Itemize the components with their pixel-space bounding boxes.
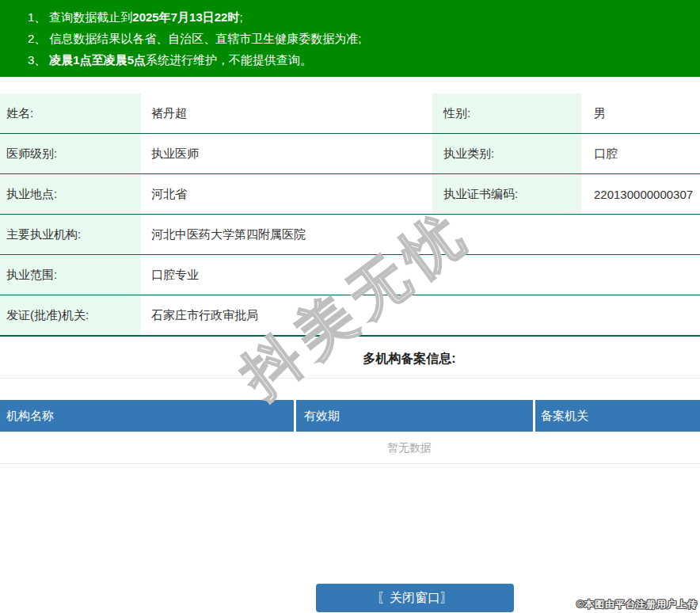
org-table-column-header: 机构名称 bbox=[0, 400, 294, 432]
info-row: 执业范围:口腔专业 bbox=[0, 255, 700, 295]
info-label: 执业地点: bbox=[0, 174, 141, 215]
notice-number: 2、 bbox=[28, 32, 46, 45]
notice-item: 3、凌晨1点至凌晨5点系统进行维护，不能提供查询。 bbox=[0, 49, 700, 70]
query-result-page: 1、查询数据截止到2025年7月13日22时;2、信息数据结果以各省、自治区、直… bbox=[0, 0, 700, 613]
info-value: 河北中医药大学第四附属医院 bbox=[141, 215, 700, 255]
info-label: 发证(批准)机关: bbox=[0, 295, 141, 337]
info-value: 执业医师 bbox=[141, 134, 432, 174]
org-table-column-header: 备案机关 bbox=[533, 400, 700, 432]
info-label: 主要执业机构: bbox=[0, 215, 141, 255]
notice-banner: 1、查询数据截止到2025年7月13日22时;2、信息数据结果以各省、自治区、直… bbox=[0, 0, 700, 77]
notice-item: 1、查询数据截止到2025年7月13日22时; bbox=[0, 6, 700, 28]
practitioner-info-table: 姓名:褚丹超性别:男医师级别:执业医师执业类别:口腔执业地点:河北省执业证书编码… bbox=[0, 93, 700, 337]
info-value: 口腔专业 bbox=[141, 255, 700, 295]
info-label: 执业范围: bbox=[0, 255, 141, 295]
notice-text: ; bbox=[239, 10, 242, 24]
multi-org-heading: 多机构备案信息: bbox=[0, 351, 700, 367]
info-value: 河北省 bbox=[141, 174, 432, 215]
close-window-button[interactable]: 〖关闭窗口〗 bbox=[316, 584, 514, 612]
info-value: 口腔 bbox=[581, 134, 700, 174]
info-label: 执业证书编码: bbox=[432, 174, 581, 215]
notice-text: 信息数据结果以各省、自治区、直辖市卫生健康委数据为准; bbox=[49, 32, 361, 45]
info-row: 执业地点:河北省执业证书编码:220130000000307 bbox=[0, 174, 700, 215]
notice-text-bold: 凌晨1点至凌晨5点 bbox=[49, 53, 146, 67]
info-row: 发证(批准)机关:石家庄市行政审批局 bbox=[0, 295, 700, 337]
info-row: 主要执业机构:河北中医药大学第四附属医院 bbox=[0, 215, 700, 255]
upload-credit-watermark: ©本图由平台注册用户上传 bbox=[576, 598, 698, 611]
info-value: 褚丹超 bbox=[141, 93, 432, 134]
info-value: 男 bbox=[581, 93, 700, 134]
info-value: 220130000000307 bbox=[581, 174, 700, 215]
notice-text: 查询数据截止到 bbox=[49, 10, 132, 24]
info-label: 姓名: bbox=[0, 93, 141, 134]
info-value: 石家庄市行政审批局 bbox=[141, 295, 700, 337]
info-label: 医师级别: bbox=[0, 134, 141, 174]
multi-org-table-header: 机构名称有效期备案机关 bbox=[0, 400, 700, 432]
notice-item: 2、信息数据结果以各省、自治区、直辖市卫生健康委数据为准; bbox=[0, 28, 700, 49]
info-label: 执业类别: bbox=[432, 134, 581, 174]
info-label: 性别: bbox=[432, 93, 581, 134]
notice-text: 系统进行维护，不能提供查询。 bbox=[146, 53, 312, 67]
info-row: 姓名:褚丹超性别:男 bbox=[0, 93, 700, 134]
org-table-column-header: 有效期 bbox=[294, 400, 533, 432]
section-divider bbox=[0, 378, 700, 379]
info-row: 医师级别:执业医师执业类别:口腔 bbox=[0, 134, 700, 174]
notice-text-bold: 2025年7月13日22时 bbox=[132, 10, 239, 24]
empty-data-row: 暂无数据 bbox=[0, 432, 700, 464]
notice-number: 1、 bbox=[28, 10, 46, 24]
notice-number: 3、 bbox=[28, 53, 46, 67]
